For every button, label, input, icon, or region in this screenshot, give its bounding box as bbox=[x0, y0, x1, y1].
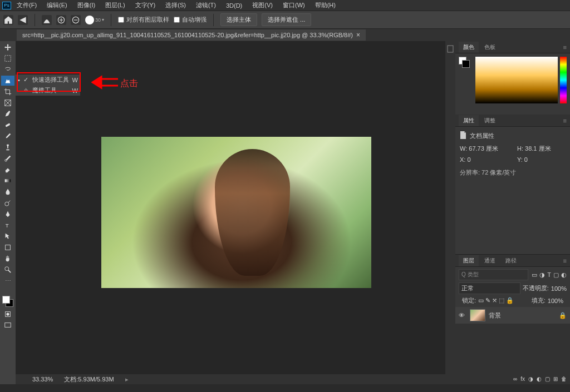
tab-color[interactable]: 颜色 bbox=[459, 42, 479, 53]
tab-swatches[interactable]: 色板 bbox=[480, 42, 500, 53]
lasso-tool[interactable] bbox=[1, 64, 14, 75]
tab-channels[interactable]: 通道 bbox=[480, 255, 500, 266]
layers-panel: 图层 通道 路径 ≡ Q 类型 ▭◑T▢◐ 正常 不透明度: 100% 锁定: … bbox=[455, 254, 570, 384]
quick-mask-tool[interactable] bbox=[1, 309, 14, 319]
healing-tool[interactable] bbox=[1, 120, 14, 130]
tab-layers[interactable]: 图层 bbox=[459, 255, 479, 266]
stamp-tool[interactable] bbox=[1, 142, 14, 152]
adjustment-icon[interactable]: ◐ bbox=[537, 376, 542, 382]
tab-paths[interactable]: 路径 bbox=[501, 255, 521, 266]
menu-filter[interactable]: 滤镜(T) bbox=[191, 0, 220, 11]
hue-strip[interactable] bbox=[560, 57, 567, 103]
lock-icon[interactable]: 🔒 bbox=[559, 312, 567, 319]
menu-file[interactable]: 文件(F) bbox=[12, 0, 41, 11]
layer-row[interactable]: 👁 背景 🔒 bbox=[455, 307, 570, 324]
document-canvas[interactable] bbox=[101, 137, 371, 288]
fx-icon[interactable]: fx bbox=[520, 376, 525, 382]
pen-tool[interactable] bbox=[1, 209, 14, 219]
quick-select-tool[interactable] bbox=[1, 76, 14, 86]
screen-mode-tool[interactable] bbox=[1, 320, 14, 330]
layer-filter-icons[interactable]: ▭◑T▢◐ bbox=[532, 271, 567, 279]
menu-select[interactable]: 选择(S) bbox=[161, 0, 190, 11]
zoom-tool[interactable] bbox=[1, 265, 14, 275]
marquee-tool[interactable] bbox=[1, 53, 14, 63]
link-layers-icon[interactable]: ∞ bbox=[513, 376, 517, 382]
svg-rect-14 bbox=[448, 46, 453, 52]
new-layer-icon[interactable]: ⊞ bbox=[553, 376, 558, 382]
menu-view[interactable]: 视图(V) bbox=[248, 0, 277, 11]
close-tab-icon[interactable]: × bbox=[356, 31, 360, 39]
blur-tool[interactable] bbox=[1, 187, 14, 197]
select-subject-button[interactable]: 选择主体 bbox=[220, 13, 257, 26]
edit-toolbar[interactable]: ⋯ bbox=[1, 276, 14, 286]
menu-window[interactable]: 窗口(W) bbox=[278, 0, 309, 11]
status-bar: 33.33% 文档:5.93M/5.93M ▸ bbox=[16, 374, 445, 384]
layer-filter[interactable]: Q 类型 bbox=[459, 269, 528, 280]
menu-3d[interactable]: 3D(D) bbox=[222, 1, 247, 10]
panel-menu-icon[interactable]: ≡ bbox=[560, 44, 570, 51]
move-tool[interactable] bbox=[1, 42, 14, 52]
shape-tool[interactable] bbox=[1, 242, 14, 252]
panel-menu-icon[interactable]: ≡ bbox=[560, 257, 570, 264]
group-icon[interactable]: ▢ bbox=[545, 376, 550, 382]
layer-thumbnail[interactable] bbox=[470, 309, 485, 321]
fill-label: 填充: bbox=[532, 296, 546, 305]
eyedropper-tool[interactable] bbox=[1, 109, 14, 119]
frame-tool[interactable] bbox=[1, 98, 14, 108]
crop-tool[interactable] bbox=[1, 87, 14, 97]
eraser-tool[interactable] bbox=[1, 165, 14, 175]
gradient-tool[interactable] bbox=[1, 176, 14, 186]
path-select-tool[interactable] bbox=[1, 231, 14, 241]
toolbox: T ⋯ bbox=[0, 41, 16, 384]
properties-panel-header: 属性 调整 ≡ bbox=[455, 115, 570, 127]
brush-size[interactable]: 30 ▾ bbox=[85, 16, 104, 24]
panel-menu-icon[interactable]: ≡ bbox=[560, 117, 570, 124]
trash-icon[interactable]: 🗑 bbox=[561, 376, 567, 382]
mask-icon[interactable]: ◑ bbox=[528, 376, 533, 382]
flyout-quick-select[interactable]: • ✓ 快速选择工具 W bbox=[16, 75, 80, 85]
hand-tool[interactable] bbox=[1, 254, 14, 264]
home-icon[interactable] bbox=[3, 15, 13, 25]
layer-name[interactable]: 背景 bbox=[489, 311, 501, 320]
brush-tool[interactable] bbox=[1, 131, 14, 141]
color-swatches[interactable] bbox=[1, 295, 14, 308]
status-chevron-icon[interactable]: ▸ bbox=[125, 376, 129, 383]
select-and-mask-button[interactable]: 选择并遮住 ... bbox=[262, 13, 311, 26]
svg-rect-9 bbox=[6, 245, 11, 250]
add-selection-icon[interactable] bbox=[56, 15, 66, 25]
color-panel-swatches[interactable] bbox=[459, 57, 472, 72]
sample-all-layers-checkbox[interactable]: 对所有图层取样 bbox=[118, 16, 169, 24]
tab-adjustments[interactable]: 调整 bbox=[480, 115, 500, 126]
menu-image[interactable]: 图像(I) bbox=[73, 0, 100, 11]
svg-point-12 bbox=[6, 312, 9, 315]
subtract-selection-icon[interactable] bbox=[71, 15, 81, 25]
document-title: src=http__pic.jj20.com_up_allimg_911_100… bbox=[22, 32, 353, 38]
share-icon[interactable] bbox=[18, 15, 28, 25]
fill-value[interactable]: 100% bbox=[548, 297, 563, 304]
zoom-level[interactable]: 33.33% bbox=[32, 376, 53, 383]
tool-preset-icon[interactable] bbox=[42, 15, 52, 25]
foreground-color[interactable] bbox=[2, 296, 10, 304]
collapsed-panel-icon[interactable] bbox=[446, 43, 454, 54]
history-brush-tool[interactable] bbox=[1, 153, 14, 163]
prop-resolution: 分辨率: 72 像素/英寸 bbox=[460, 165, 566, 177]
blend-mode-select[interactable]: 正常 bbox=[459, 282, 520, 294]
menu-edit[interactable]: 编辑(E) bbox=[42, 0, 72, 11]
menu-layer[interactable]: 图层(L) bbox=[101, 0, 129, 11]
options-bar: 30 ▾ 对所有图层取样 自动增强 选择主体 选择并遮住 ... bbox=[0, 11, 570, 29]
lock-icons[interactable]: ▭ ✎ ⤧ ⬚ 🔒 bbox=[478, 297, 514, 304]
color-field[interactable] bbox=[475, 57, 558, 103]
menu-type[interactable]: 文字(Y) bbox=[131, 0, 160, 11]
opacity-value[interactable]: 100% bbox=[551, 285, 567, 292]
dodge-tool[interactable] bbox=[1, 198, 14, 208]
flyout-magic-wand[interactable]: ✧ 魔棒工具 W bbox=[16, 85, 80, 96]
type-tool[interactable]: T bbox=[1, 220, 14, 230]
visibility-icon[interactable]: 👁 bbox=[459, 312, 466, 319]
tab-properties[interactable]: 属性 bbox=[459, 115, 479, 126]
doc-size: 文档:5.93M/5.93M bbox=[64, 375, 114, 384]
prop-x: X: 0 bbox=[460, 156, 508, 163]
document-tab[interactable]: src=http__pic.jj20.com_up_allimg_911_100… bbox=[17, 29, 366, 41]
auto-enhance-checkbox[interactable]: 自动增强 bbox=[174, 16, 207, 24]
menu-help[interactable]: 帮助(H) bbox=[311, 0, 340, 11]
collapsed-panels bbox=[445, 41, 455, 384]
